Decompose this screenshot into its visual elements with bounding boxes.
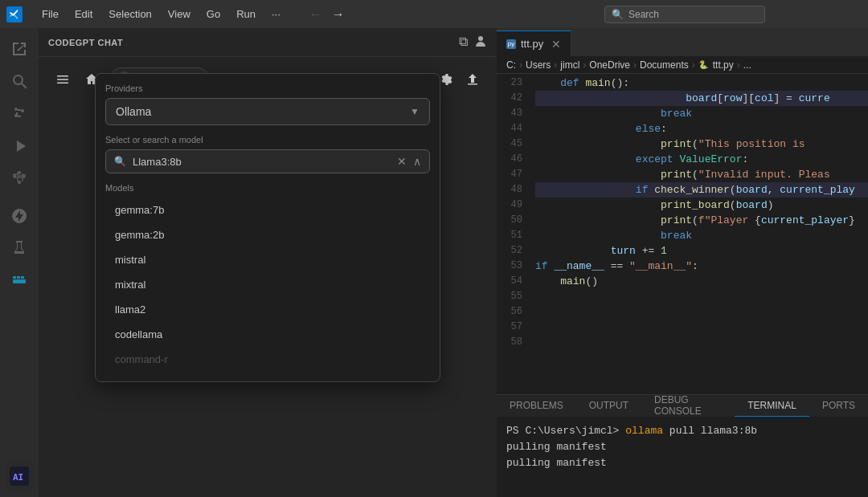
source-control-icon[interactable] (5, 99, 34, 128)
profile-button[interactable] (474, 35, 487, 51)
ln-47: 47 (497, 167, 522, 182)
code-line-50: print_board(board) (535, 198, 868, 213)
menu-more[interactable]: ··· (265, 6, 287, 22)
provider-selector[interactable]: Ollama ▼ (105, 98, 430, 125)
code-editor[interactable]: 23 42 43 44 45 46 47 48 49 50 51 52 53 5… (497, 74, 868, 394)
code-line-42: board[row][col] = curre (535, 91, 868, 106)
models-section-label: Models (105, 183, 430, 193)
breadcrumb-dots[interactable]: ... (743, 59, 751, 71)
model-item-mixtral[interactable]: mixtral (105, 272, 430, 297)
copy-button[interactable]: ⧉ (459, 35, 468, 51)
activity-bar: AI (0, 28, 39, 497)
terminal-panel: PS C:\Users\jimcl> ollama pull llama3:8b… (497, 417, 868, 497)
menu-button[interactable] (51, 68, 74, 91)
code-line-44: else: (535, 121, 868, 136)
ln-54: 54 (497, 274, 522, 289)
vscode-logo (6, 6, 23, 22)
terminal-output-1: pulling manifest (506, 441, 607, 453)
line-numbers: 23 42 43 44 45 46 47 48 49 50 51 52 53 5… (497, 74, 529, 394)
search-bar[interactable]: 🔍 Search (604, 6, 765, 23)
svg-rect-6 (17, 276, 20, 279)
search-model-icon: 🔍 (114, 156, 126, 167)
tab-close-button[interactable]: ✕ (551, 38, 561, 51)
code-line-52: break (535, 228, 868, 243)
tab-debug-console[interactable]: DEBUG CONSOLE (641, 395, 735, 417)
tab-ports[interactable]: PORTS (809, 395, 868, 417)
breadcrumb-documents[interactable]: Documents (640, 59, 689, 71)
tab-output[interactable]: OUTPUT (576, 395, 641, 417)
search-expand-button[interactable]: ∧ (413, 155, 421, 168)
title-bar: File Edit Selection View Go Run ··· ← → … (0, 0, 868, 28)
code-line-45: print("This position is (535, 136, 868, 152)
menu-edit[interactable]: Edit (68, 6, 99, 22)
test-icon[interactable] (5, 234, 34, 263)
provider-name: Ollama (116, 105, 151, 118)
breadcrumb-users[interactable]: Users (526, 59, 551, 71)
tab-terminal[interactable]: TERMINAL (735, 395, 809, 417)
ln-46: 46 (497, 152, 522, 167)
tab-problems[interactable]: PROBLEMS (497, 395, 576, 417)
providers-label: Providers (105, 84, 430, 93)
model-item-commandr: command-r (105, 347, 430, 372)
model-item-mistral[interactable]: mistral (105, 247, 430, 272)
model-item-gemma2b[interactable]: gemma:2b (105, 222, 430, 247)
ln-51: 51 (497, 228, 522, 243)
svg-rect-7 (17, 279, 20, 282)
model-search-input[interactable] (133, 156, 391, 168)
ln-50: 50 (497, 213, 522, 228)
breadcrumb-tttpy[interactable]: ttt.py (713, 59, 734, 71)
svg-rect-13 (57, 83, 68, 84)
terminal-output-2: pulling manifest (506, 457, 607, 469)
search-placeholder: Search (628, 9, 659, 20)
tab-filename: ttt.py (521, 38, 543, 50)
terminal-prompt: PS C:\Users\jimcl> (506, 425, 625, 437)
nav-forward-button[interactable]: → (329, 7, 348, 22)
explorer-icon[interactable] (5, 35, 34, 63)
model-item-gemma7b[interactable]: gemma:7b (105, 198, 430, 222)
sidebar-panel: CODEGPT CHAT ⧉ (39, 28, 497, 497)
menu-view[interactable]: View (162, 6, 197, 22)
nav-arrows: ← → (306, 7, 348, 22)
search-activity-icon[interactable] (5, 67, 34, 96)
ln-55: 55 (497, 289, 522, 304)
ln-43: 43 (497, 106, 522, 121)
ln-45: 45 (497, 136, 522, 152)
remote-icon[interactable] (5, 202, 34, 230)
ln-44: 44 (497, 121, 522, 136)
svg-rect-2 (23, 174, 26, 177)
menu-go[interactable]: Go (200, 6, 227, 22)
svg-rect-11 (57, 75, 68, 77)
menu-run[interactable]: Run (230, 6, 262, 22)
models-list: gemma:7b gemma:2b mistral mixtral llama2… (105, 198, 430, 372)
model-item-llama2[interactable]: llama2 (105, 297, 430, 322)
main-layout: AI CODEGPT CHAT ⧉ (0, 28, 868, 497)
extensions-icon[interactable] (5, 163, 34, 192)
tab-bar: py ttt.py ✕ (497, 28, 868, 56)
breadcrumb-c[interactable]: C: (506, 59, 516, 71)
breadcrumb-jimcl[interactable]: jimcl (560, 59, 579, 71)
model-search-label: Select or search a model (105, 135, 430, 145)
code-line-23: def main(): (535, 75, 868, 91)
file-tab-tttpy[interactable]: py ttt.py ✕ (497, 31, 571, 56)
code-line-47: print("Invalid input. Pleas (535, 167, 868, 182)
code-line-56: if __name__ == "__main__": (535, 259, 868, 274)
breadcrumb-onedrive[interactable]: OneDrive (589, 59, 630, 71)
sidebar-actions: ⧉ (459, 35, 487, 51)
terminal-line-1: PS C:\Users\jimcl> ollama pull llama3:8b (506, 423, 858, 439)
menu-selection[interactable]: Selection (102, 6, 158, 22)
menu-file[interactable]: File (35, 6, 65, 22)
codegpt-icon[interactable]: AI (5, 462, 34, 491)
svg-rect-0 (13, 174, 16, 177)
search-clear-button[interactable]: ✕ (397, 155, 407, 168)
docker-icon[interactable] (5, 266, 34, 295)
ln-57: 57 (497, 320, 522, 335)
svg-rect-5 (13, 276, 16, 279)
code-line-49: if check_winner(board, current_play (535, 182, 868, 198)
terminal-command: ollama (625, 425, 663, 437)
menu-bar: File Edit Selection View Go Run ··· (35, 6, 287, 22)
breadcrumb: C: › Users › jimcl › OneDrive › Document… (497, 56, 868, 74)
run-debug-icon[interactable] (5, 131, 34, 160)
model-item-codellama[interactable]: codellama (105, 322, 430, 347)
upload-button[interactable] (461, 68, 484, 91)
nav-back-button[interactable]: ← (306, 7, 326, 22)
